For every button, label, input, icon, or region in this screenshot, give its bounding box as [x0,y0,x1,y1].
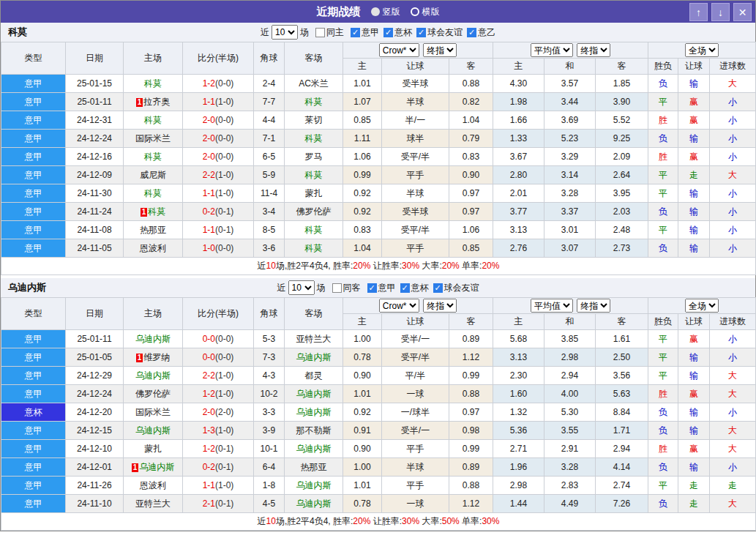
fullmatch-select[interactable]: 全场 [685,299,719,313]
halftime-score: (0-1) [215,462,233,472]
checkbox-checked-icon[interactable]: ✓ [433,283,443,293]
crow-home-odds-cell: 0.91 [343,422,382,440]
league-filter[interactable]: ✓意杯 [383,26,412,39]
red-card-badge: 1 [132,463,139,472]
results-table: 类型 日期 主场 比分(半场) 角球 客场 Crow* 终指 平均值 终指 [1,297,756,531]
crow-handicap-cell: 一球 [382,495,449,513]
handicap-result-cell: 走 [678,495,710,513]
halftime-score: (0-0) [215,152,233,162]
date-cell: 24-11-08 [66,221,124,239]
avg-group-header: 平均值 终指 [493,298,648,314]
crow-home-odds-cell: 1.00 [343,330,382,348]
summary-segment: 10 [266,516,276,526]
games-label: 场 [300,26,309,39]
match-row: 意甲24-11-241科莫0-2(0-1)3-4佛罗伦萨0.92受半球0.973… [1,203,756,221]
corner-cell: 5-3 [254,330,285,348]
radio-unselected-icon[interactable] [411,7,419,16]
date-cell: 25-01-05 [66,348,124,367]
team-name: 热那亚 [301,462,327,472]
league-filter[interactable]: ✓球会友谊 [433,282,479,294]
avg-home-odds-cell: 2.80 [493,166,544,184]
summary-segment: 20% [442,261,460,271]
home-team-cell: 亚特兰大 [124,495,183,513]
vertical-layout-radio[interactable]: 竖版 [371,6,400,18]
date-cell: 24-12-29 [66,367,124,385]
date-cell: 24-12-16 [66,148,124,166]
crow-home-odds-cell: 1.04 [343,239,382,258]
fullmatch-select[interactable]: 全场 [685,43,719,57]
match-row: 意甲24-12-011乌迪内斯0-2(0-1)6-4热那亚1.00半球0.891… [1,458,756,477]
avg-away-odds-cell: 7.26 [596,495,648,513]
league-filter-label: 球会友谊 [427,26,463,39]
avg-home-odds-cell: 2.30 [493,367,544,385]
halftime-score: (0-0) [215,133,233,143]
date-cell: 25-01-15 [66,75,124,93]
avg-away-odds-cell: 2.03 [596,203,648,221]
crow-handicap-cell: 平/半 [382,367,449,385]
same-venue-filter[interactable]: 同主 [315,26,344,39]
team-name: 乌迪内斯 [296,444,332,454]
score-cell: 2-0(0-0) [183,130,254,148]
halftime-score: (0-1) [215,225,233,235]
crow-away-odds-cell: 0.89 [449,330,493,348]
radio-selected-icon[interactable] [371,7,380,16]
away-team-cell: 科莫 [285,166,343,184]
checkbox-unchecked-icon[interactable] [315,28,325,37]
checkbox-checked-icon[interactable]: ✓ [467,28,476,37]
horizontal-layout-radio[interactable]: 横版 [411,6,440,18]
same-venue-filter[interactable]: 同客 [332,282,361,294]
bookmaker-select[interactable]: Crow* [379,299,419,313]
crow-away-odds-cell: 0.79 [449,130,493,148]
date-cell: 24-12-24 [66,130,124,148]
checkbox-checked-icon[interactable]: ✓ [400,283,410,293]
page-title: 近期战绩 [317,5,361,19]
recent-count-select[interactable]: 10 [288,280,315,295]
odds-time-select[interactable]: 终指 [577,43,610,57]
same-venue-label: 同客 [343,282,361,294]
move-up-button[interactable]: ↑ [689,3,708,21]
odds-time-select[interactable]: 终指 [423,43,457,57]
league-filter[interactable]: ✓意乙 [467,26,495,39]
checkbox-checked-icon[interactable]: ✓ [416,28,426,37]
league-type-cell: 意甲 [1,458,66,477]
handicap-result-cell: 走 [678,166,710,184]
average-select[interactable]: 平均值 [531,299,573,313]
league-filter[interactable]: ✓球会友谊 [416,26,463,39]
recent-count-select[interactable]: 10 [272,25,298,40]
odds-time-select[interactable]: 终指 [423,299,457,313]
close-button[interactable]: ✕ [733,3,752,21]
league-filter-label: 意甲 [378,282,396,294]
team-section: 科莫 近 10 场 同主 ✓意甲✓意杯✓球会友谊✓意乙 类型 日期 主场 比分(… [1,23,755,275]
checkbox-unchecked-icon[interactable] [332,283,342,293]
corner-cell: 7-7 [254,93,285,111]
score-cell: 1-1(1-0) [183,184,254,203]
league-filter[interactable]: ✓意甲 [367,282,396,294]
crow-group-header: Crow* 终指 [343,42,493,59]
fulltime-score: 1-0 [203,243,215,253]
crow-away-odds-cell: 0.88 [449,385,493,403]
crow-away-odds-cell: 0.97 [449,403,493,422]
match-row: 意杯24-12-20国际米兰2-0(2-0)3-3乌迪内斯0.92一/球半0.9… [1,403,756,422]
checkbox-checked-icon[interactable]: ✓ [383,28,393,37]
horizontal-layout-label: 横版 [422,6,440,18]
bookmaker-select[interactable]: Crow* [379,43,419,57]
match-table-body: 意甲25-01-15科莫1-2(0-0)2-4AC米兰1.01受半球0.884.… [1,75,756,258]
date-cell: 24-11-30 [66,184,124,203]
team-name: AC米兰 [299,78,329,89]
avg-away-odds-cell: 5.52 [596,111,648,130]
checkbox-checked-icon[interactable]: ✓ [367,283,377,293]
league-filter[interactable]: ✓意甲 [351,26,379,39]
league-type-cell: 意甲 [1,166,66,184]
move-down-button[interactable]: ↓ [711,3,730,21]
handicap-result-cell: 输 [678,348,710,367]
league-filter[interactable]: ✓意杯 [400,282,429,294]
handicap-result-cell: 赢 [678,330,710,348]
checkbox-checked-icon[interactable]: ✓ [351,28,360,37]
winlose-result-cell: 胜 [648,440,678,458]
match-row: 意甲25-01-15科莫1-2(0-0)2-4AC米兰1.01受半球0.884.… [1,75,756,93]
team-name: 科莫 [305,243,323,253]
odds-time-select[interactable]: 终指 [577,299,610,313]
average-select[interactable]: 平均值 [531,43,573,57]
date-cell: 24-12-01 [66,458,124,477]
summary-segment: 30% [482,516,499,526]
